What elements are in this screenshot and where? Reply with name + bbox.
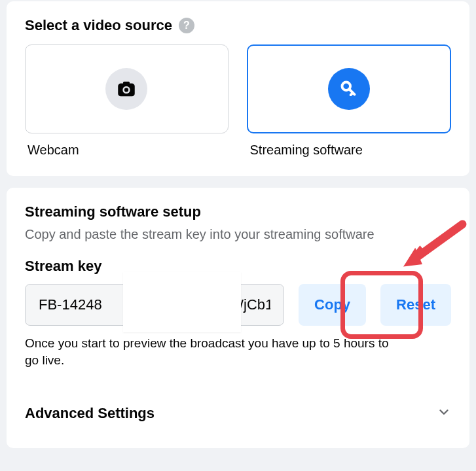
setup-heading-text: Streaming software setup xyxy=(25,203,201,220)
stream-key-row: Copy Reset xyxy=(25,284,451,326)
svg-line-6 xyxy=(350,93,352,95)
advanced-settings-label: Advanced Settings xyxy=(25,405,155,422)
help-icon[interactable]: ? xyxy=(179,18,194,33)
source-labels-row: Webcam Streaming software xyxy=(25,143,451,158)
stream-key-note: Once you start to preview the broadcast … xyxy=(25,335,392,368)
streaming-setup-card: Streaming software setup Copy and paste … xyxy=(7,188,469,448)
source-label-webcam: Webcam xyxy=(25,143,229,158)
redaction-overlay xyxy=(123,272,241,332)
camera-icon xyxy=(105,68,147,110)
video-source-heading-text: Select a video source xyxy=(25,17,172,34)
source-options-row xyxy=(25,44,451,133)
source-tile-webcam[interactable] xyxy=(25,44,229,133)
reset-button[interactable]: Reset xyxy=(380,284,451,326)
advanced-settings-toggle[interactable]: Advanced Settings xyxy=(25,405,451,422)
video-source-card: Select a video source ? xyxy=(7,1,469,176)
chevron-down-icon xyxy=(437,405,451,422)
setup-heading: Streaming software setup xyxy=(25,203,451,220)
source-label-streaming: Streaming software xyxy=(247,143,452,158)
source-tile-streaming[interactable] xyxy=(247,44,452,133)
key-icon xyxy=(328,68,370,110)
setup-subtitle: Copy and paste the stream key into your … xyxy=(25,227,451,242)
video-source-heading: Select a video source ? xyxy=(25,17,451,34)
svg-point-2 xyxy=(124,88,128,92)
svg-rect-3 xyxy=(123,82,130,86)
copy-button[interactable]: Copy xyxy=(299,284,366,326)
